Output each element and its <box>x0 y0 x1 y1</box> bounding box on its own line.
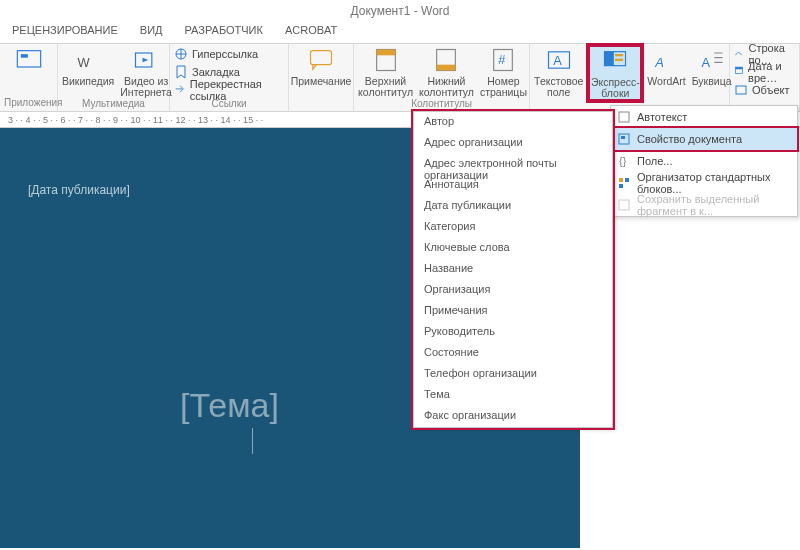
prop-publish-date[interactable]: Дата публикации <box>414 196 612 217</box>
svg-rect-25 <box>621 136 625 139</box>
svg-rect-22 <box>736 86 746 94</box>
svg-text:A: A <box>654 55 664 70</box>
tab-review[interactable]: РЕЦЕНЗИРОВАНИЕ <box>8 22 122 43</box>
ribbon: Приложения WВикипедия Видео из Интернета… <box>0 44 800 112</box>
group-label: Ссылки <box>174 98 284 110</box>
crossref-button[interactable]: Перекрестная ссылка <box>174 82 284 98</box>
tab-view[interactable]: ВИД <box>136 22 167 43</box>
group-label: Приложения <box>4 97 53 109</box>
svg-rect-23 <box>619 112 629 122</box>
prop-title[interactable]: Название <box>414 259 612 280</box>
page-number-button[interactable]: #Номер страницы <box>480 46 527 98</box>
online-video-button[interactable]: Видео из Интернета <box>120 46 172 98</box>
svg-rect-0 <box>17 51 40 67</box>
svg-text:A: A <box>553 53 562 68</box>
ribbon-tabs: РЕЦЕНЗИРОВАНИЕ ВИД РАЗРАБОТЧИК ACROBAT <box>0 22 800 44</box>
prop-company-fax[interactable]: Факс организации <box>414 406 612 427</box>
textbox-button[interactable]: AТекстовое поле <box>534 46 583 98</box>
svg-rect-17 <box>615 59 623 61</box>
wordart-button[interactable]: AWordArt <box>647 46 685 87</box>
svg-rect-16 <box>615 54 623 56</box>
svg-rect-28 <box>625 178 629 182</box>
prop-status[interactable]: Состояние <box>414 343 612 364</box>
prop-company-phone[interactable]: Телефон организации <box>414 364 612 385</box>
wikipedia-button[interactable]: WВикипедия <box>62 46 114 87</box>
footer-button[interactable]: Нижний колонтитул <box>419 46 474 98</box>
date-time-button[interactable]: Дата и вре… <box>734 64 795 80</box>
prop-company-email[interactable]: Адрес электронной почты организации <box>414 154 612 175</box>
menu-building-blocks[interactable]: Организатор стандартных блоков... <box>611 172 797 194</box>
menu-autotext[interactable]: Автотекст <box>611 106 797 128</box>
apps-button[interactable] <box>4 46 53 76</box>
comment-button[interactable]: Примечание <box>293 46 349 87</box>
group-label: Колонтитулы <box>358 98 525 110</box>
svg-text:W: W <box>78 55 91 70</box>
group-label <box>293 108 349 109</box>
svg-rect-7 <box>376 50 395 56</box>
doc-property-submenu: Автор Адрес организации Адрес электронно… <box>413 111 613 428</box>
tab-acrobat[interactable]: ACROBAT <box>281 22 341 43</box>
menu-doc-property[interactable]: Свойство документа <box>611 128 797 150</box>
theme-placeholder[interactable]: [Тема] <box>180 386 279 425</box>
prop-manager[interactable]: Руководитель <box>414 322 612 343</box>
menu-field[interactable]: {}Поле... <box>611 150 797 172</box>
text-cursor <box>252 428 253 454</box>
group-label: Мультимедиа <box>62 98 165 110</box>
svg-rect-5 <box>311 51 332 65</box>
menu-save-selection: Сохранить выделенный фрагмент в к... <box>611 194 797 216</box>
prop-abstract[interactable]: Аннотация <box>414 175 612 196</box>
prop-company-address[interactable]: Адрес организации <box>414 133 612 154</box>
svg-text:A: A <box>701 55 710 70</box>
quick-parts-button[interactable]: Экспресс-блоки <box>590 47 640 99</box>
date-placeholder[interactable]: [Дата публикации] <box>28 183 130 197</box>
svg-text:{}: {} <box>619 155 627 167</box>
svg-rect-29 <box>619 184 623 188</box>
prop-subject[interactable]: Тема <box>414 385 612 406</box>
dropcap-button[interactable]: AБуквица <box>692 46 732 87</box>
prop-category[interactable]: Категория <box>414 217 612 238</box>
window-title: Документ1 - Word <box>0 0 800 22</box>
svg-rect-30 <box>619 200 629 210</box>
svg-rect-1 <box>20 54 27 58</box>
prop-keywords[interactable]: Ключевые слова <box>414 238 612 259</box>
svg-rect-21 <box>735 67 742 69</box>
svg-rect-9 <box>437 65 456 71</box>
prop-author[interactable]: Автор <box>414 112 612 133</box>
hyperlink-button[interactable]: Гиперссылка <box>174 46 284 62</box>
prop-company[interactable]: Организация <box>414 280 612 301</box>
tab-developer[interactable]: РАЗРАБОТЧИК <box>181 22 267 43</box>
svg-text:#: # <box>499 52 507 67</box>
header-button[interactable]: Верхний колонтитул <box>358 46 413 98</box>
svg-rect-27 <box>619 178 623 182</box>
quick-parts-menu: Автотекст Свойство документа {}Поле... О… <box>610 105 798 217</box>
prop-comments[interactable]: Примечания <box>414 301 612 322</box>
object-button[interactable]: Объект <box>734 82 795 98</box>
svg-rect-15 <box>605 52 614 66</box>
